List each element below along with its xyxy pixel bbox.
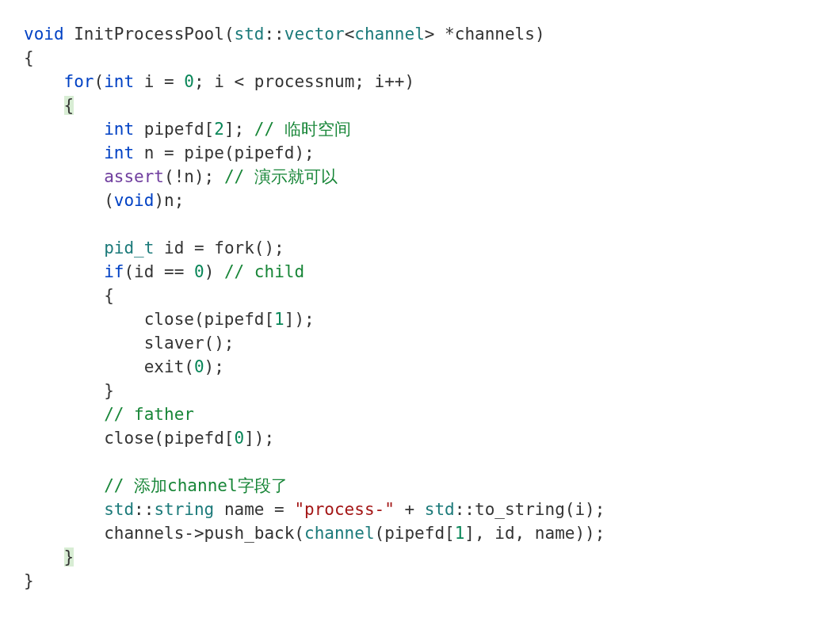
number: 1	[455, 524, 465, 543]
brace-match: }	[64, 547, 74, 566]
brace: }	[24, 571, 34, 590]
keyword: void	[24, 25, 64, 44]
number: 0	[235, 429, 245, 448]
punct: ]);	[244, 429, 274, 448]
code-line: // 添加channel字段了	[24, 474, 840, 498]
code-line: pid_t id = fork();	[24, 236, 840, 260]
operator: +	[395, 500, 425, 519]
punct: (	[94, 72, 105, 91]
punct: )	[405, 72, 415, 91]
identifier: to_string(i);	[475, 500, 605, 519]
identifier: )n;	[154, 191, 184, 210]
type: std	[235, 25, 265, 44]
code-line: close(pipefd[0]);	[24, 426, 840, 450]
code-line: // father	[24, 402, 840, 426]
number: 1	[274, 310, 284, 329]
punct: ];	[224, 120, 254, 139]
code-line: exit(0);	[24, 355, 840, 379]
identifier: *channels	[434, 25, 534, 44]
type: std	[104, 500, 134, 519]
keyword: for	[64, 72, 94, 91]
brace-match: {	[64, 96, 74, 115]
identifier: close(pipefd[	[144, 310, 274, 329]
punct: <	[345, 25, 355, 44]
args: (id ==	[124, 262, 194, 281]
identifier: n = pipe(pipefd);	[134, 143, 315, 162]
type: pid_t	[104, 238, 154, 258]
punct: );	[204, 357, 224, 376]
comment: // 临时空间	[254, 120, 351, 139]
number: 2	[214, 120, 224, 139]
keyword: void	[114, 191, 155, 210]
identifier: ; i < processnum; i++	[194, 72, 405, 91]
identifier: close(pipefd[	[104, 429, 234, 448]
comment: // 演示就可以	[224, 167, 338, 186]
comment: // 添加channel字段了	[104, 476, 287, 495]
punct: >	[425, 25, 435, 44]
type: std	[425, 500, 455, 519]
identifier: InitProcessPool	[64, 25, 224, 44]
identifier: slaver();	[144, 334, 235, 353]
identifier: pipefd[	[134, 120, 214, 139]
punct: (	[104, 191, 114, 210]
type: vector	[284, 25, 345, 44]
code-line: }	[24, 545, 840, 569]
code-line: for(int i = 0; i < processnum; i++)	[24, 70, 840, 93]
brace: }	[104, 381, 114, 400]
comment: // child	[224, 262, 304, 281]
code-line: int n = pipe(pipefd);	[24, 141, 840, 165]
code-line: {	[24, 93, 840, 117]
comment: // father	[104, 405, 194, 424]
punct: ::	[134, 500, 154, 519]
punct: (	[224, 25, 235, 44]
punct: ::	[264, 25, 284, 44]
code-line: {	[24, 46, 840, 70]
function-call: assert	[104, 167, 164, 186]
code-line: }	[24, 569, 840, 593]
code-line: slaver();	[24, 331, 840, 355]
code-line: if(id == 0) // child	[24, 260, 840, 284]
code-line: }	[24, 379, 840, 402]
code-editor: void InitProcessPool(std::vector<channel…	[0, 0, 840, 618]
punct: )	[535, 25, 545, 44]
punct: )	[204, 262, 224, 281]
code-line: int pipefd[2]; // 临时空间	[24, 117, 840, 141]
punct: ::	[455, 500, 475, 519]
code-line: channels->push_back(channel(pipefd[1], i…	[24, 521, 840, 545]
keyword: int	[104, 72, 134, 91]
identifier: channels->push_back(	[104, 524, 304, 543]
code-line: assert(!n); // 演示就可以	[24, 165, 840, 189]
code-line	[24, 212, 840, 236]
args: (pipefd[	[375, 524, 455, 543]
type: string	[154, 500, 214, 519]
code-line: close(pipefd[1]);	[24, 307, 840, 331]
keyword: if	[104, 262, 124, 281]
brace: {	[24, 48, 34, 67]
keyword: int	[104, 143, 134, 162]
identifier: i =	[134, 72, 184, 91]
punct: ]);	[284, 310, 315, 329]
args: (!n);	[164, 167, 224, 186]
number: 0	[194, 262, 204, 281]
keyword: int	[104, 120, 134, 139]
number: 0	[194, 357, 204, 376]
code-line-current: (void)n;	[24, 189, 840, 212]
brace: {	[104, 286, 114, 305]
code-line	[24, 450, 840, 474]
string: "process-"	[294, 500, 394, 519]
type: channel	[354, 25, 425, 44]
identifier: name =	[214, 500, 294, 519]
code-line: {	[24, 284, 840, 307]
args: ], id, name));	[464, 524, 605, 543]
identifier: id = fork();	[154, 238, 284, 258]
code-line: std::string name = "process-" + std::to_…	[24, 498, 840, 521]
type: channel	[304, 524, 375, 543]
code-line: void InitProcessPool(std::vector<channel…	[24, 22, 840, 46]
number: 0	[184, 72, 194, 91]
identifier: exit(	[144, 357, 194, 376]
